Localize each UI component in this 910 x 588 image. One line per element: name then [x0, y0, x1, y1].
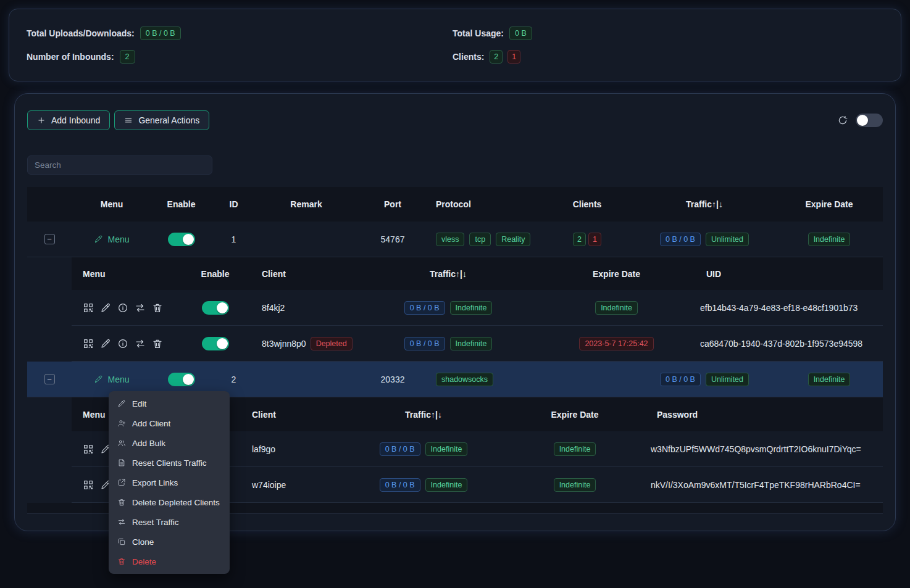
client-enable-toggle[interactable]: [202, 337, 229, 350]
stat-clients: Clients: 2 1: [453, 50, 883, 64]
search-input[interactable]: [27, 155, 212, 175]
menu-bars-icon: [124, 116, 133, 125]
col-header-clients: Clients: [541, 199, 633, 209]
menu-item-export-links[interactable]: Export Links: [109, 473, 230, 492]
inbound-id: 2: [211, 375, 257, 384]
inbound-protocol-tags: shadowsocks: [430, 373, 541, 386]
col-header-protocol: Protocol: [430, 199, 541, 209]
reset-client-traffic-icon[interactable]: [135, 302, 146, 313]
menu-item-clone[interactable]: Clone: [109, 532, 230, 552]
stat-label: Clients:: [453, 52, 484, 62]
expire-badge: Indefinite: [808, 373, 851, 386]
reset-client-traffic-icon[interactable]: [135, 338, 146, 349]
inbound-expire: Indefinite: [775, 373, 883, 386]
client-table-header: Menu Enable Client Traffic↑|↓ Expire Dat…: [72, 257, 883, 290]
menu-item-label: Delete Depleted Clients: [132, 498, 220, 507]
menu-item-label: Export Links: [132, 478, 178, 487]
trash-icon: [117, 498, 126, 507]
depleted-badge: Depleted: [311, 337, 353, 350]
toggle-knob: [217, 338, 228, 349]
menu-item-add-bulk[interactable]: Add Bulk: [109, 433, 230, 453]
col-header-traffic-sort[interactable]: Traffic↑|↓: [633, 199, 775, 209]
expire-badge: Indefinite: [595, 301, 638, 315]
qr-code-icon[interactable]: [83, 302, 94, 313]
client-enable-toggle[interactable]: [202, 301, 229, 315]
inbound-traffic: 0 B / 0 B Unlimited: [633, 233, 775, 246]
inbound-traffic: 0 B / 0 B Unlimited: [633, 373, 775, 386]
add-inbound-label: Add Inbound: [51, 115, 100, 125]
traffic-badge: 0 B / 0 B: [660, 233, 701, 246]
expire-badge: Indefinite: [554, 442, 596, 456]
col-header-client: Client: [244, 410, 343, 420]
auto-refresh-toggle[interactable]: [856, 114, 883, 127]
stat-label: Total Uploads/Downloads:: [27, 28, 135, 38]
user-add-icon: [117, 419, 126, 428]
inbound-menu-label: Menu: [107, 234, 129, 244]
toggle-knob: [857, 115, 868, 126]
menu-item-reset-traffic[interactable]: Reset Traffic: [109, 512, 230, 532]
inbound-context-menu: Edit Add Client Add Bulk Reset Clients T…: [109, 391, 230, 574]
col-header-expire: Expire Date: [538, 269, 695, 279]
col-header-traffic-sort[interactable]: Traffic↑|↓: [359, 269, 538, 279]
menu-item-label: Reset Traffic: [132, 518, 179, 527]
search-area: [27, 155, 883, 175]
plus-icon: [37, 116, 46, 125]
stat-label: Number of Inbounds:: [27, 52, 114, 62]
delete-client-icon[interactable]: [152, 302, 163, 313]
add-inbound-button[interactable]: Add Inbound: [27, 110, 110, 130]
inbound-row-1[interactable]: Menu 1 54767 vless tcp Reality 2 1 0 B /…: [27, 222, 883, 257]
users-icon: [117, 439, 126, 447]
inbound-enable-toggle[interactable]: [168, 233, 195, 246]
menu-item-edit[interactable]: Edit: [109, 394, 230, 413]
client-expire: Indefinite: [504, 478, 646, 492]
client-uid: efb14b43-4a79-4e83-ef18-e48cf1901b73: [695, 303, 883, 313]
col-header-expire: Expire Date: [775, 199, 883, 209]
traffic-limit-badge: Indefinite: [450, 337, 493, 350]
toggle-knob: [183, 374, 194, 385]
stat-total-usage: Total Usage: 0 B: [453, 27, 883, 40]
inbound-menu-button[interactable]: Menu: [94, 234, 129, 244]
client-table-inbound-1: Menu Enable Client Traffic↑|↓ Expire Dat…: [72, 257, 883, 362]
protocol-tag: shadowsocks: [436, 373, 493, 386]
collapse-row-button[interactable]: [44, 374, 55, 384]
col-header-port: Port: [356, 199, 430, 209]
traffic-badge: 0 B / 0 B: [660, 373, 701, 386]
client-actions: [72, 338, 186, 349]
pencil-icon: [94, 375, 103, 384]
col-header-traffic-sort[interactable]: Traffic↑|↓: [343, 410, 504, 420]
delete-client-icon[interactable]: [152, 338, 163, 349]
col-header-remark: Remark: [257, 199, 356, 209]
col-header-uid: UID: [695, 269, 883, 279]
qr-code-icon[interactable]: [83, 444, 94, 455]
qr-code-icon[interactable]: [83, 338, 94, 349]
general-actions-button[interactable]: General Actions: [114, 110, 209, 130]
menu-item-delete[interactable]: Delete: [109, 552, 230, 571]
stat-label: Total Usage:: [453, 28, 504, 38]
toolbar: Add Inbound General Actions: [27, 110, 883, 130]
refresh-icon[interactable]: [837, 115, 848, 126]
col-header-expire: Expire Date: [504, 410, 646, 420]
client-traffic: 0 B / 0 B Indefinite: [343, 478, 504, 492]
col-header-password: Password: [646, 410, 883, 420]
traffic-limit-badge: Indefinite: [425, 442, 468, 456]
qr-code-icon[interactable]: [83, 479, 94, 491]
edit-client-icon[interactable]: [100, 338, 111, 349]
col-header-menu: Menu: [72, 199, 152, 209]
info-icon[interactable]: [117, 302, 128, 313]
client-traffic: 0 B / 0 B Indefinite: [343, 442, 504, 456]
menu-item-delete-depleted-clients[interactable]: Delete Depleted Clients: [109, 492, 230, 512]
info-icon[interactable]: [117, 338, 128, 349]
inbound-clients-count: 2 1: [541, 233, 633, 246]
inbound-menu-button[interactable]: Menu: [94, 375, 129, 384]
collapse-row-button[interactable]: [44, 234, 55, 244]
menu-item-reset-clients-traffic[interactable]: Reset Clients Traffic: [109, 453, 230, 473]
client-actions: [72, 302, 186, 313]
traffic-badge: 0 B / 0 B: [380, 478, 420, 492]
edit-client-icon[interactable]: [100, 302, 111, 313]
client-row: 8t3wjnn8p0 Depleted 0 B / 0 B Indefinite…: [72, 326, 883, 362]
client-traffic: 0 B / 0 B Indefinite: [359, 337, 538, 350]
inbound-enable-toggle[interactable]: [168, 373, 195, 386]
client-name: w74ioipe: [244, 480, 343, 490]
menu-item-add-client[interactable]: Add Client: [109, 413, 230, 433]
client-traffic: 0 B / 0 B Indefinite: [359, 301, 538, 315]
